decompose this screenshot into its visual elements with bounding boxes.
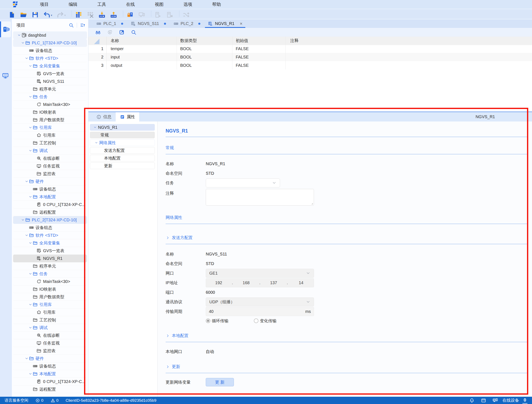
properties-nav-item[interactable]: 常规 (90, 132, 155, 138)
tree-item[interactable]: 在线诊断 (13, 332, 87, 339)
radio-change-transfer[interactable]: 变化传输 (254, 318, 277, 324)
radio-cyclic-transfer[interactable]: 循环传输 (206, 318, 228, 324)
tree-item[interactable]: NGVS_S11 (13, 78, 87, 85)
tree-item[interactable]: NGVS_R1 (13, 255, 87, 262)
notifications-bell-icon[interactable] (469, 398, 475, 403)
table-cell[interactable]: BOOL (177, 44, 232, 53)
menu-item[interactable]: 编辑 (69, 2, 77, 7)
tree-item[interactable]: 设备组态 (13, 224, 87, 232)
chevron-down-icon[interactable] (24, 234, 29, 237)
login-button[interactable] (127, 10, 133, 18)
undo-button[interactable]: ▾ (43, 10, 52, 18)
chevron-down-icon[interactable] (28, 272, 33, 276)
tree-item[interactable]: 任务 (13, 93, 87, 101)
chevron-down-icon[interactable] (28, 241, 33, 245)
download-button[interactable] (98, 10, 106, 18)
table-row[interactable]: 1temperBOOLFALSE (89, 44, 532, 53)
tree-item[interactable]: IO映射表 (13, 285, 87, 293)
table-cell[interactable]: input (107, 53, 177, 61)
table-cell[interactable]: FALSE (232, 61, 286, 69)
search-icon[interactable] (69, 22, 74, 28)
chevron-down-icon[interactable] (21, 41, 25, 45)
editor-tab-NGVS_S11[interactable]: NGVS_S11 (127, 19, 170, 28)
chevron-down-icon[interactable] (24, 357, 29, 360)
tree-item[interactable]: 监控表 (13, 170, 87, 178)
tree-item[interactable]: 引用库 (13, 301, 87, 309)
dropdown-caret-icon[interactable]: ▾ (51, 12, 52, 18)
select-all-triangle-icon[interactable] (94, 39, 100, 44)
column-header-comment[interactable]: 注释 (286, 37, 532, 44)
warning-counter[interactable]: 0 (51, 398, 59, 403)
chevron-down-icon[interactable] (28, 326, 33, 329)
chevron-down-icon[interactable] (24, 180, 29, 183)
tree-item[interactable]: 工艺控制 (13, 316, 87, 324)
collapse-all-icon[interactable] (80, 22, 85, 28)
chevron-down-icon[interactable] (28, 303, 33, 306)
resize-handle-icon[interactable] (310, 202, 313, 205)
search-button[interactable] (131, 29, 136, 35)
table-cell[interactable]: output (107, 61, 177, 69)
new-file-button[interactable] (8, 10, 15, 18)
editor-tab-NGVS_R1[interactable]: NGVS_R1× (204, 19, 246, 28)
tree-item[interactable]: 远程配置 (13, 208, 87, 216)
menu-item[interactable]: 在线 (126, 2, 135, 7)
tree-item[interactable]: IO映射表 (13, 108, 87, 116)
chevron-down-icon[interactable] (28, 372, 33, 376)
menu-item[interactable]: 选项 (184, 2, 192, 7)
properties-tab-属性[interactable]: 属性 (116, 112, 139, 121)
tree-item[interactable]: 本地配置 (13, 370, 87, 378)
chevron-down-icon[interactable] (17, 33, 21, 37)
tree-item[interactable]: 设备组态 (13, 47, 87, 55)
tree-item[interactable]: 调试 (13, 147, 87, 155)
tree-item[interactable]: 引用库 (13, 124, 87, 132)
tree-item[interactable]: 用户数据类型 (13, 116, 87, 124)
column-header-name[interactable]: 名称 (107, 37, 177, 44)
tree-item[interactable]: 全局变量集 (13, 239, 87, 247)
chevron-down-icon[interactable] (24, 56, 29, 60)
chevron-down-icon[interactable] (94, 141, 98, 144)
export-button[interactable] (119, 29, 125, 35)
error-counter[interactable]: 0 (35, 398, 44, 403)
tree-item[interactable]: 监控表 (13, 347, 87, 355)
tree-item[interactable]: MainTask<30> (13, 101, 87, 108)
tree-item[interactable]: 程序单元 (13, 85, 87, 93)
section-local[interactable]: 本地配置 (166, 333, 528, 338)
column-header-init[interactable]: 初始值 (232, 37, 286, 44)
tree-item[interactable]: 任务监视 (13, 339, 87, 347)
tree-item[interactable]: 调试 (13, 324, 87, 332)
tree-item[interactable]: 任务 (13, 270, 87, 278)
column-header-type[interactable]: 数据类型 (177, 37, 232, 44)
tree-item[interactable]: 设备组态 (13, 185, 87, 193)
properties-nav-item[interactable]: 网络属性 (90, 139, 155, 146)
table-cell[interactable]: temper (107, 44, 177, 53)
table-cell[interactable] (286, 44, 532, 53)
properties-tab-信息[interactable]: 信息 (92, 112, 116, 121)
tree-item[interactable]: 软件 <STD> (13, 55, 87, 62)
compile-button[interactable] (75, 10, 82, 18)
tree-item[interactable]: PLC_2[T324-XP-CD-10] (13, 216, 87, 224)
menu-item[interactable]: 视图 (155, 2, 164, 7)
tree-item[interactable]: GVS一览表 (13, 247, 87, 255)
table-cell[interactable]: FALSE (232, 44, 286, 53)
table-cell[interactable]: BOOL (177, 53, 232, 61)
chevron-down-icon[interactable] (28, 95, 33, 99)
tree-item[interactable]: 0 CPU_1[T324-XP-C... (13, 378, 87, 385)
tree-item[interactable]: 硬件 (13, 178, 87, 185)
tree-item[interactable]: 设备组态 (13, 362, 87, 370)
activity-item-remote-devices[interactable] (0, 70, 11, 81)
tree-item[interactable]: 用户数据类型 (13, 293, 87, 301)
table-row[interactable]: 3outputBOOLFALSE (89, 61, 532, 69)
tree-item[interactable]: 本地配置 (13, 193, 87, 201)
chevron-down-icon[interactable] (28, 64, 33, 68)
tree-item[interactable]: 全局变量集 (13, 62, 87, 70)
tree-item[interactable]: 引用库 (13, 132, 87, 139)
table-cell[interactable]: 2 (89, 53, 107, 61)
chevron-down-icon[interactable] (28, 195, 33, 199)
properties-nav-item[interactable]: 发送方配置 (90, 147, 155, 154)
tree-item[interactable]: 程序单元 (13, 262, 87, 270)
chevron-down-icon[interactable] (21, 218, 25, 222)
table-cell[interactable]: BOOL (177, 61, 232, 69)
editor-tab-PLC_2[interactable]: PLC_2 (170, 19, 204, 28)
properties-nav-item[interactable]: NGVS_R1 (90, 124, 155, 131)
tree-item[interactable]: 在线诊断 (13, 155, 87, 162)
